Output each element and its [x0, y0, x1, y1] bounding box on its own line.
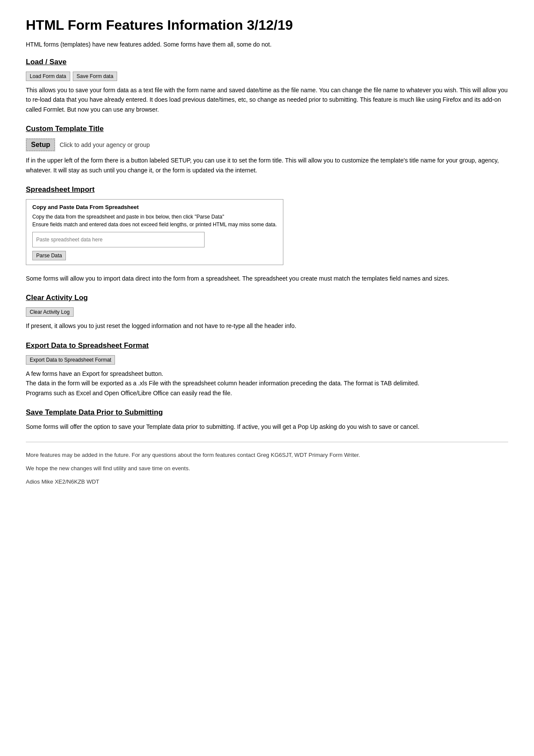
parse-data-button[interactable]: Parse Data [32, 251, 66, 260]
section-title-custom-template: Custom Template Title [26, 125, 508, 133]
export-desc-line1: A few forms have an Export for spreadshe… [26, 370, 163, 377]
page-title: HTML Form Features Information 3/12/19 [26, 17, 508, 33]
section-save-template: Save Template Data Prior to Submitting S… [26, 408, 508, 431]
setup-row: Setup Click to add your agency or group [26, 138, 508, 151]
section-spreadsheet-import: Spreadsheet Import Copy and Paste Data F… [26, 185, 508, 283]
section-title-save-template: Save Template Data Prior to Submitting [26, 408, 508, 417]
clear-activity-log-button-row: Clear Activity Log [26, 307, 508, 317]
section-title-clear-activity-log: Clear Activity Log [26, 294, 508, 302]
section-clear-activity-log: Clear Activity Log Clear Activity Log If… [26, 294, 508, 331]
save-template-description: Some forms will offer the option to save… [26, 422, 508, 431]
load-save-description: This allows you to save your form data a… [26, 85, 508, 114]
load-form-data-button[interactable]: Load Form data [26, 72, 70, 81]
setup-button[interactable]: Setup [26, 138, 55, 151]
section-custom-template-title: Custom Template Title Setup Click to add… [26, 125, 508, 175]
intro-text: HTML forms (templates) have new features… [26, 40, 508, 49]
footer-line1: More features may be added in the future… [26, 451, 508, 460]
section-title-export-data: Export Data to Spreadsheet Format [26, 341, 508, 350]
spreadsheet-import-description: Some forms will allow you to import data… [26, 274, 508, 283]
spreadsheet-import-box: Copy and Paste Data From Spreadsheet Cop… [26, 199, 283, 265]
section-divider [26, 442, 508, 442]
spreadsheet-instruction-line1: Copy the data from the spreadsheet and p… [32, 214, 224, 220]
custom-template-description: If in the upper left of the form there i… [26, 156, 508, 175]
paste-spreadsheet-input[interactable] [32, 232, 205, 247]
spreadsheet-box-title: Copy and Paste Data From Spreadsheet [32, 204, 277, 210]
spreadsheet-instruction-line2: Ensure fields match and entered data doe… [32, 222, 277, 228]
setup-label: Click to add your agency or group [59, 141, 149, 148]
export-desc-line2: The data in the form will be exported as… [26, 380, 419, 387]
load-save-buttons: Load Form data Save Form data [26, 72, 508, 81]
export-data-description: A few forms have an Export for spreadshe… [26, 369, 508, 398]
footer-line2: We hope the new changes will find utilit… [26, 464, 508, 473]
footer-line3: Adios Mike XE2/N6KZB WDT [26, 478, 508, 487]
section-export-data: Export Data to Spreadsheet Format Export… [26, 341, 508, 398]
section-title-spreadsheet-import: Spreadsheet Import [26, 185, 508, 194]
section-title-load-save: Load / Save [26, 58, 508, 66]
export-desc-line3: Programs such as Excel and Open Office/L… [26, 390, 232, 397]
spreadsheet-instructions: Copy the data from the spreadsheet and p… [32, 213, 277, 228]
export-data-button[interactable]: Export Data to Spreadsheet Format [26, 355, 115, 365]
save-form-data-button[interactable]: Save Form data [73, 72, 117, 81]
section-load-save: Load / Save Load Form data Save Form dat… [26, 58, 508, 114]
clear-activity-log-description: If present, it allows you to just reset … [26, 321, 508, 331]
clear-activity-log-button[interactable]: Clear Activity Log [26, 307, 74, 317]
export-button-row: Export Data to Spreadsheet Format [26, 355, 508, 365]
footer: More features may be added in the future… [26, 451, 508, 486]
